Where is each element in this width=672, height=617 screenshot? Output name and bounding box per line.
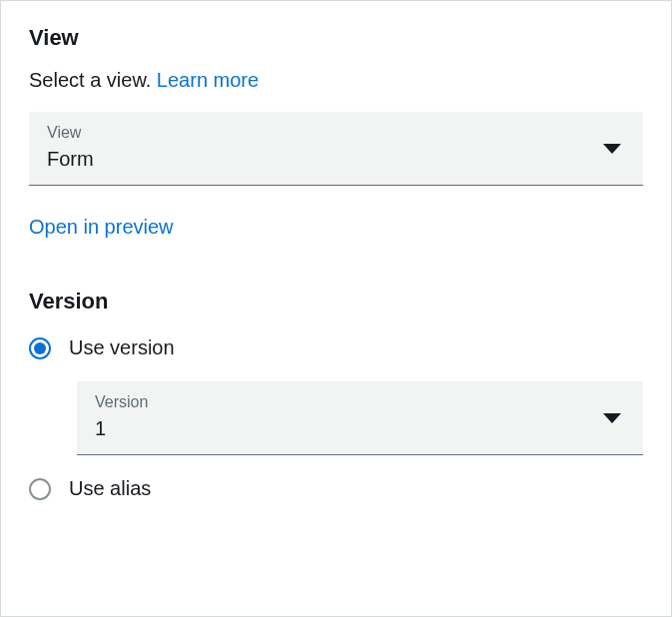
radio-use-alias-label: Use alias	[69, 477, 151, 500]
view-subtitle-text: Select a view.	[29, 69, 151, 91]
radio-use-version-label: Use version	[69, 336, 175, 359]
radio-selected-dot-icon	[34, 342, 46, 354]
view-heading: View	[29, 25, 643, 51]
config-panel: View Select a view. Learn more View Form…	[0, 0, 672, 617]
learn-more-link[interactable]: Learn more	[157, 69, 259, 91]
chevron-down-icon	[603, 413, 621, 423]
view-subtitle-row: Select a view. Learn more	[29, 69, 643, 92]
preview-link-wrap: Open in preview	[29, 216, 643, 239]
version-select[interactable]: Version 1	[77, 381, 643, 455]
chevron-down-icon	[603, 144, 621, 154]
radio-use-version-row: Use version	[29, 336, 643, 359]
radio-use-alias-row: Use alias	[29, 477, 643, 500]
view-select-value: Form	[47, 148, 625, 171]
radio-use-version[interactable]	[29, 337, 51, 359]
open-in-preview-link[interactable]: Open in preview	[29, 216, 174, 238]
version-select-label: Version	[95, 393, 625, 411]
version-heading: Version	[29, 289, 643, 314]
view-select[interactable]: View Form	[29, 112, 643, 186]
version-section: Version Use version Version 1 Use alias	[29, 289, 643, 500]
radio-use-alias[interactable]	[29, 478, 51, 500]
view-select-label: View	[47, 124, 625, 142]
version-nested-select-wrap: Version 1	[77, 381, 643, 455]
version-select-value: 1	[95, 417, 625, 440]
